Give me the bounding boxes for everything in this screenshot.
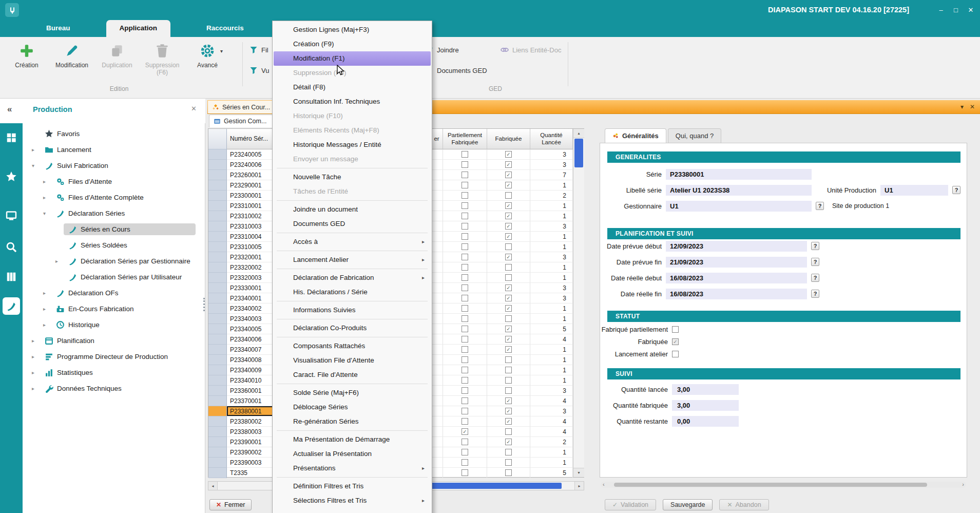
row-selector-cell[interactable] bbox=[208, 232, 227, 242]
fabriquee-checkbox[interactable]: ✓ bbox=[505, 439, 512, 445]
favorites-star-icon[interactable] bbox=[6, 171, 17, 182]
header-truncated-column[interactable]: er bbox=[431, 129, 443, 149]
numero-serie-cell[interactable]: P23390001 bbox=[227, 437, 276, 447]
fabrique-partiellement-checkbox[interactable] bbox=[672, 326, 679, 333]
fabriquee-checkbox[interactable] bbox=[505, 428, 512, 435]
row-selector-cell[interactable] bbox=[208, 262, 227, 273]
chevron-right-icon[interactable]: ▸ bbox=[43, 322, 51, 328]
menu-item-actualiser-la-presentation[interactable]: Actualiser la Présentation bbox=[274, 447, 431, 461]
avance-button[interactable]: ▾Avancé bbox=[185, 41, 230, 77]
sidebar-item-historique[interactable]: ▸Historique bbox=[23, 317, 205, 333]
sidebar-item-donnees-techniques[interactable]: ▸Données Techniques bbox=[23, 381, 205, 396]
fabriquee-checkbox[interactable] bbox=[505, 243, 512, 250]
menu-item-solde-serie-maj-f6[interactable]: Solde Série (Maj+F6) bbox=[274, 386, 431, 400]
row-selector-cell[interactable] bbox=[208, 365, 227, 375]
partiellement-fabriquee-checkbox[interactable] bbox=[462, 213, 468, 219]
menu-item-declaration-de-fabrication[interactable]: Déclaration de Fabrication▸ bbox=[274, 271, 431, 285]
scroll-right-icon[interactable]: › bbox=[962, 481, 964, 487]
production-module-icon[interactable] bbox=[3, 297, 20, 315]
partiellement-fabriquee-checkbox[interactable] bbox=[462, 367, 468, 373]
fabriquee-checkbox[interactable]: ✓ bbox=[505, 418, 512, 425]
chevron-right-icon[interactable]: ▸ bbox=[43, 306, 51, 312]
sidebar-item-planification[interactable]: ▸Planification bbox=[23, 333, 205, 349]
chevron-right-icon[interactable]: ▸ bbox=[32, 338, 40, 344]
numero-serie-cell[interactable]: P23260001 bbox=[227, 170, 276, 180]
fabriquee-checkbox[interactable]: ✓ bbox=[505, 305, 512, 312]
numero-serie-cell[interactable]: P23310002 bbox=[227, 211, 276, 221]
maximize-button[interactable]: □ bbox=[953, 6, 959, 14]
row-selector-cell[interactable] bbox=[208, 386, 227, 396]
partiellement-fabriquee-checkbox[interactable] bbox=[462, 274, 468, 281]
apps-grid-icon[interactable] bbox=[6, 132, 17, 143]
row-selector-cell[interactable] bbox=[208, 437, 227, 447]
doc-close-icon[interactable]: ✕ bbox=[970, 100, 975, 114]
partiellement-fabriquee-checkbox[interactable]: ✓ bbox=[462, 428, 468, 435]
menu-item-nouvelle-tache[interactable]: Nouvelle Tâche bbox=[274, 170, 431, 184]
menu-item-historique-messages-entite[interactable]: Historique Messages / Entité bbox=[274, 138, 431, 152]
numero-serie-cell[interactable]: P23340006 bbox=[227, 334, 276, 345]
numero-serie-cell[interactable]: P23290001 bbox=[227, 180, 276, 191]
search-icon[interactable] bbox=[6, 241, 17, 253]
chevron-right-icon[interactable]: ▸ bbox=[32, 386, 40, 391]
partiellement-fabriquee-checkbox[interactable] bbox=[462, 326, 468, 332]
date-reelle-fin-field[interactable]: 16/08/2023 bbox=[666, 289, 807, 299]
partiellement-fabriquee-checkbox[interactable] bbox=[462, 387, 468, 394]
row-selector-cell[interactable] bbox=[208, 375, 227, 386]
numero-serie-cell[interactable]: P23380001 bbox=[227, 406, 276, 416]
numero-serie-cell[interactable]: P23320001 bbox=[227, 252, 276, 262]
partiellement-fabriquee-checkbox[interactable] bbox=[462, 161, 468, 168]
partiellement-fabriquee-checkbox[interactable] bbox=[462, 408, 468, 414]
row-selector-cell[interactable] bbox=[208, 345, 227, 355]
help-button[interactable]: ? bbox=[811, 258, 819, 266]
sidebar-item-series-soldees[interactable]: Séries Soldées bbox=[23, 237, 205, 253]
sidebar-item-lancement[interactable]: ▸Lancement bbox=[23, 142, 205, 158]
partiellement-fabriquee-checkbox[interactable] bbox=[462, 172, 468, 178]
row-selector-cell[interactable] bbox=[208, 201, 227, 211]
sidebar-item-declaration-series-par-gestionnaire[interactable]: ▸Déclaration Séries par Gestionnaire bbox=[23, 253, 205, 269]
row-selector-cell[interactable] bbox=[208, 334, 227, 345]
fabriquee-checkbox[interactable]: ✓ bbox=[505, 151, 512, 158]
help-button[interactable]: ? bbox=[816, 202, 824, 210]
scroll-up-icon[interactable]: ▴ bbox=[573, 129, 584, 138]
menu-item-visualisation-file-d-attente[interactable]: Visualisation File d'Attente bbox=[274, 353, 431, 368]
numero-serie-cell[interactable]: P23370001 bbox=[227, 396, 276, 406]
row-selector-cell[interactable] bbox=[208, 273, 227, 283]
chevron-right-icon[interactable]: ▸ bbox=[43, 179, 51, 184]
partiellement-fabriquee-checkbox[interactable] bbox=[462, 449, 468, 455]
fabriquee-checkbox[interactable]: ✓ bbox=[505, 202, 512, 209]
fabriquee-checkbox[interactable]: ✓ bbox=[505, 336, 512, 343]
numero-serie-cell[interactable]: P23310001 bbox=[227, 201, 276, 211]
chevron-right-icon[interactable]: ▸ bbox=[43, 290, 51, 296]
numero-serie-cell[interactable]: P23300001 bbox=[227, 191, 276, 201]
partiellement-fabriquee-checkbox[interactable] bbox=[462, 469, 468, 476]
menu-item-caract-file-d-attente[interactable]: Caract. File d'Attente bbox=[274, 368, 431, 382]
menu-item-acces-a[interactable]: Accès à▸ bbox=[274, 235, 431, 249]
gestionnaire-field[interactable]: U1 bbox=[666, 201, 812, 212]
partiellement-fabriquee-checkbox[interactable] bbox=[462, 418, 468, 425]
menu-item-consultation-inf-techniques[interactable]: Consultation Inf. Techniques bbox=[274, 94, 431, 109]
partiellement-fabriquee-checkbox[interactable] bbox=[462, 305, 468, 312]
vertical-scroll-thumb[interactable] bbox=[574, 139, 583, 167]
date-reelle-debut-field[interactable]: 16/08/2023 bbox=[666, 273, 807, 283]
fabriquee-checkbox[interactable] bbox=[505, 387, 512, 394]
numero-serie-cell[interactable]: P23340007 bbox=[227, 345, 276, 355]
row-selector-cell[interactable] bbox=[208, 324, 227, 334]
menu-item-declaration-co-produits[interactable]: Déclaration Co-Produits bbox=[274, 321, 431, 335]
sidebar-item-suivi-fabrication[interactable]: ▾Suivi Fabrication bbox=[23, 158, 205, 174]
menu-item-modification-f1[interactable]: Modification (F1) bbox=[274, 51, 431, 66]
fabriquee-checkbox[interactable]: ✓ bbox=[505, 213, 512, 219]
scroll-left-icon[interactable]: ‹ bbox=[603, 481, 605, 487]
data-table-icon[interactable] bbox=[6, 271, 17, 282]
row-selector-cell[interactable] bbox=[208, 458, 227, 468]
date-prevue-debut-field[interactable]: 12/09/2023 bbox=[666, 241, 807, 252]
fabriquee-checkbox[interactable] bbox=[505, 377, 512, 384]
menu-item-composants-rattaches[interactable]: Composants Rattachés bbox=[274, 339, 431, 353]
tab-bureau[interactable]: Bureau bbox=[33, 20, 84, 37]
partiellement-fabriquee-checkbox[interactable] bbox=[462, 397, 468, 404]
menu-item-selections-filtres-et-tris[interactable]: Sélections Filtres et Tris▸ bbox=[274, 493, 431, 508]
chevron-right-icon[interactable]: ▸ bbox=[43, 195, 51, 200]
numero-serie-cell[interactable]: P23340009 bbox=[227, 365, 276, 375]
numero-serie-cell[interactable]: P23320003 bbox=[227, 273, 276, 283]
fabriquee-checkbox[interactable]: ✓ bbox=[505, 172, 512, 178]
doc-collapse-icon[interactable]: ▾ bbox=[960, 100, 964, 114]
